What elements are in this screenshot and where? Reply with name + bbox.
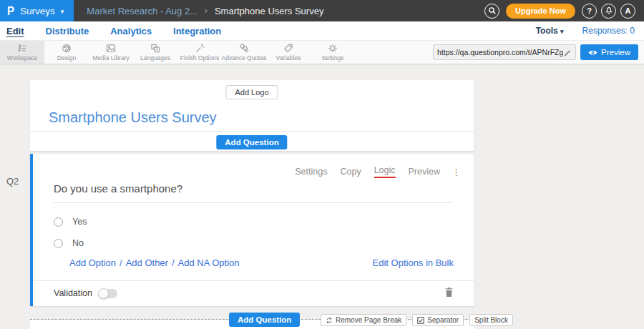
separator-button[interactable]: Separator (412, 314, 464, 326)
gear-icon (327, 43, 338, 54)
survey-nav-tabs: Edit Distribute Analytics Integration (0, 26, 221, 36)
divider (33, 280, 474, 281)
toolbar-languages[interactable]: aA Languages (133, 41, 177, 64)
toolbar-right: Preview (433, 41, 644, 64)
question-tab-logic[interactable]: Logic (374, 165, 396, 178)
survey-nav-bar: Edit Distribute Analytics Integration To… (0, 21, 644, 41)
toolbar-settings[interactable]: Settings (311, 41, 355, 64)
tag-icon (283, 43, 294, 54)
survey-header-card: Add Logo Smartphone Users Survey Add Que… (30, 80, 474, 151)
link-separator: / (119, 257, 122, 268)
validation-row: Validation (54, 288, 117, 298)
eye-icon (588, 49, 597, 56)
breadcrumb: Market Research - Aug 2... › Smartphone … (87, 6, 323, 16)
question-toolbar: Settings Copy Logic Preview ⋮ (295, 165, 461, 178)
question-number: Q2 (6, 176, 19, 187)
preview-button[interactable]: Preview (580, 44, 638, 60)
option-row-yes: Yes (54, 217, 87, 227)
questionpro-logo: P (7, 4, 14, 17)
validation-label: Validation (54, 288, 92, 298)
product-name: Surveys (20, 6, 55, 16)
toolbar-advance-quotas[interactable]: Advance Quotas (222, 41, 266, 64)
top-navbar: P Surveys ▾ Market Research - Aug 2... ›… (0, 0, 644, 21)
divider (30, 131, 474, 132)
delete-question-icon[interactable] (444, 287, 454, 298)
add-question-button-top[interactable]: Add Question (216, 135, 287, 149)
breadcrumb-chevron-icon: › (205, 6, 208, 16)
question-text-input[interactable]: Do you use a smartphone? (54, 182, 452, 203)
question-tab-copy[interactable]: Copy (340, 167, 361, 177)
checkbox-checked-icon (417, 317, 424, 324)
option-label-yes[interactable]: Yes (72, 217, 87, 227)
edit-url-icon[interactable] (563, 48, 572, 57)
radio-button-no[interactable] (54, 239, 63, 248)
tools-menu[interactable]: Tools ▾ (536, 26, 564, 36)
wand-icon (194, 43, 205, 54)
survey-title[interactable]: Smartphone Users Survey (49, 109, 217, 126)
add-logo-button[interactable]: Add Logo (225, 85, 278, 99)
tab-distribute[interactable]: Distribute (46, 26, 89, 36)
nav-right: Tools ▾ Responses: 0 (536, 26, 644, 36)
add-question-button-bottom[interactable]: Add Question (229, 313, 300, 327)
upgrade-now-button[interactable]: Upgrade Now (506, 4, 575, 19)
question-tab-settings[interactable]: Settings (295, 167, 327, 177)
chevron-down-icon: ▾ (560, 28, 564, 35)
toolbar-media-library[interactable]: Media Library (89, 41, 133, 64)
add-other-link[interactable]: Add Other (126, 257, 168, 268)
toggle-knob (98, 288, 109, 299)
chevron-down-icon: ▾ (61, 8, 64, 15)
editor-toolbar: Workspace Design Media Library aA Langua… (0, 41, 644, 64)
svg-text:A: A (156, 47, 159, 51)
topbar-actions: Upgrade Now ? A (484, 4, 644, 19)
radio-button-yes[interactable] (54, 217, 63, 227)
page-break-controls: Remove Page Break Separator Split Block (321, 314, 513, 326)
palette-icon (61, 43, 72, 54)
option-links: Add Option / Add Other / Add NA Option (69, 257, 240, 268)
question-card: Settings Copy Logic Preview ⋮ Do you use… (30, 154, 474, 306)
workspace-icon (16, 43, 28, 54)
toolbar-design[interactable]: Design (44, 41, 89, 64)
remove-page-break-button[interactable]: Remove Page Break (321, 314, 406, 326)
kebab-menu-icon[interactable]: ⋮ (452, 167, 461, 177)
sync-icon (326, 317, 333, 324)
search-button[interactable] (484, 4, 499, 19)
bell-icon (605, 6, 613, 15)
toolbar-workspace[interactable]: Workspace (0, 41, 44, 64)
breadcrumb-survey-name: Smartphone Users Survey (215, 6, 323, 16)
search-icon (488, 6, 497, 15)
help-button[interactable]: ? (582, 4, 597, 19)
edit-options-in-bulk-link[interactable]: Edit Options in Bulk (373, 257, 454, 268)
toolbar-finish-options[interactable]: Finish Options (177, 41, 222, 64)
tab-integration[interactable]: Integration (173, 26, 221, 36)
split-block-button[interactable]: Split Block (469, 314, 513, 326)
translate-icon: aA (150, 43, 161, 54)
surveys-menu[interactable]: P Surveys ▾ (0, 0, 74, 21)
add-na-option-link[interactable]: Add NA Option (178, 257, 240, 268)
add-option-link[interactable]: Add Option (69, 257, 116, 268)
link-separator: / (172, 257, 175, 268)
links-icon (238, 43, 250, 54)
tab-edit[interactable]: Edit (6, 26, 24, 36)
option-row-no: No (54, 238, 84, 248)
toolbar-variables[interactable]: Variables (266, 41, 311, 64)
validation-toggle[interactable] (99, 289, 117, 298)
responses-count[interactable]: Responses: 0 (582, 26, 635, 36)
survey-url-input[interactable] (437, 48, 563, 57)
avatar[interactable]: A (620, 4, 635, 19)
tab-analytics[interactable]: Analytics (110, 26, 152, 36)
survey-url-field[interactable] (433, 44, 576, 60)
breadcrumb-folder[interactable]: Market Research - Aug 2... (87, 6, 197, 16)
option-label-no[interactable]: No (72, 238, 84, 248)
question-tab-preview[interactable]: Preview (409, 167, 440, 177)
image-icon (105, 43, 117, 54)
notifications-button[interactable] (601, 4, 616, 19)
